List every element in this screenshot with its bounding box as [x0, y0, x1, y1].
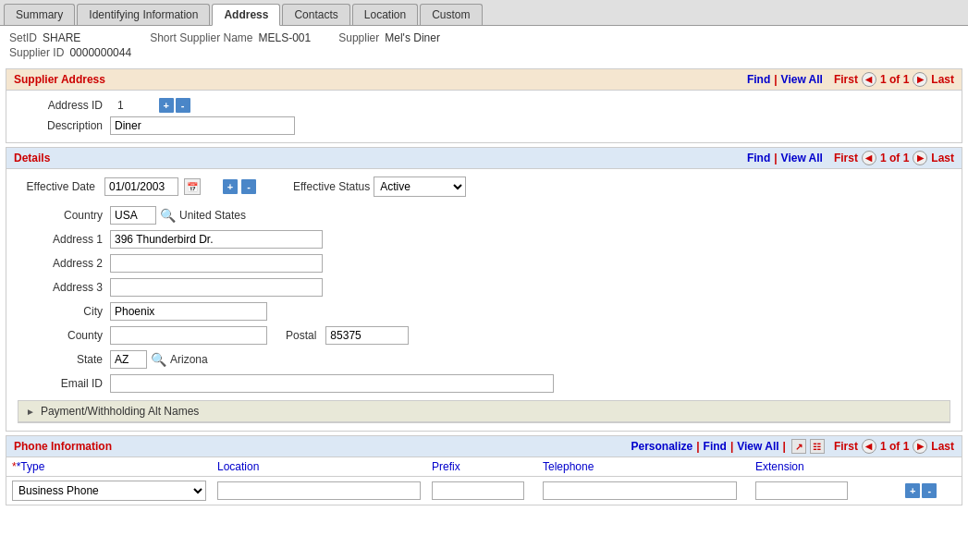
details-next-arrow[interactable]: ▶	[913, 151, 927, 165]
supplier-name-label: Supplier	[338, 31, 379, 44]
phone-header: Phone Information Personalize | Find | V…	[6, 436, 962, 457]
effective-status-label: Effective Status	[293, 180, 370, 193]
supplier-address-title: Supplier Address	[14, 73, 105, 86]
description-label: Description	[18, 119, 110, 132]
description-input[interactable]	[110, 116, 295, 135]
address2-input[interactable]	[110, 254, 323, 273]
prev-arrow[interactable]: ◀	[862, 72, 876, 87]
country-code-input[interactable]	[110, 206, 156, 225]
effective-date-label: Effective Date	[18, 180, 101, 193]
short-name-value: MELS-001	[259, 31, 312, 44]
city-label: City	[18, 305, 110, 318]
phone-section: Phone Information Personalize | Find | V…	[6, 435, 962, 505]
phone-nav-of: 1 of 1	[880, 440, 909, 453]
phone-prev-arrow[interactable]: ◀	[862, 439, 876, 454]
payment-section-title: Payment/Withholding Alt Names	[41, 405, 199, 418]
supplier-id-label: Supplier ID	[9, 46, 64, 59]
details-last-label: Last	[931, 152, 954, 164]
col-extension-header: Extension	[750, 457, 900, 477]
phone-row: Business Phone Fax Other	[6, 477, 962, 505]
nav-of: 1 of 1	[880, 73, 909, 86]
postal-input[interactable]	[325, 326, 409, 345]
details-prev-arrow[interactable]: ◀	[862, 151, 876, 165]
tab-identifying-info[interactable]: Identifying Information	[77, 4, 210, 25]
phone-first-label: First	[834, 440, 858, 453]
tab-contacts[interactable]: Contacts	[282, 4, 349, 25]
country-search-icon[interactable]: 🔍	[160, 208, 176, 223]
payment-section-header[interactable]: ► Payment/Withholding Alt Names	[18, 401, 950, 422]
city-input[interactable]	[110, 302, 267, 321]
first-label: First	[834, 73, 858, 86]
col-location-header: Location	[212, 457, 426, 477]
details-first-label: First	[834, 152, 858, 164]
last-label: Last	[931, 73, 954, 86]
phone-section-title: Phone Information	[14, 440, 112, 453]
add-phone-button[interactable]: +	[905, 483, 920, 498]
phone-telephone-input[interactable]	[543, 481, 737, 500]
supplier-id-value: 0000000044	[69, 46, 131, 59]
supplier-address-header: Supplier Address Find | View All First ◀…	[6, 69, 962, 91]
collapse-arrow-icon: ►	[26, 407, 35, 417]
supplier-address-view-all-link[interactable]: View All	[781, 73, 823, 86]
state-code-input[interactable]	[110, 350, 147, 369]
next-arrow[interactable]: ▶	[913, 72, 927, 87]
details-section: Details Find | View All First ◀ 1 of 1 ▶…	[6, 147, 962, 432]
country-name-value: United States	[179, 209, 246, 222]
add-detail-button[interactable]: +	[223, 179, 238, 194]
add-address-button[interactable]: +	[159, 98, 174, 113]
tabs-container: Summary Identifying Information Address …	[0, 0, 968, 26]
address1-label: Address 1	[18, 233, 110, 246]
details-find-link[interactable]: Find	[747, 152, 770, 164]
phone-view-all-link[interactable]: View All	[737, 440, 778, 453]
supplier-name-value: Mel's Diner	[385, 31, 440, 44]
phone-prefix-input[interactable]	[432, 481, 524, 500]
county-label: County	[18, 329, 110, 342]
effective-status-select[interactable]: Active Inactive	[374, 177, 466, 197]
col-telephone-header: Telephone	[537, 457, 750, 477]
tab-summary[interactable]: Summary	[4, 4, 75, 25]
setid-label: SetID	[9, 31, 37, 44]
effective-date-input[interactable]	[104, 177, 178, 196]
short-name-label: Short Supplier Name	[150, 31, 252, 44]
details-nav-of: 1 of 1	[880, 152, 909, 164]
state-label: State	[18, 353, 110, 366]
county-input[interactable]	[110, 326, 267, 345]
address-id-label: Address ID	[18, 99, 110, 112]
address2-label: Address 2	[18, 257, 110, 270]
email-label: Email ID	[18, 377, 110, 390]
col-actions-header	[900, 457, 962, 477]
phone-next-arrow[interactable]: ▶	[913, 439, 927, 454]
details-title: Details	[14, 152, 50, 164]
details-header: Details Find | View All First ◀ 1 of 1 ▶…	[6, 148, 962, 169]
personalize-link[interactable]: Personalize	[631, 440, 692, 453]
email-input[interactable]	[110, 374, 554, 393]
address-id-value: 1	[117, 99, 124, 112]
col-prefix-header: Prefix	[426, 457, 537, 477]
remove-detail-button[interactable]: -	[241, 179, 256, 194]
remove-address-button[interactable]: -	[176, 98, 190, 113]
phone-extension-input[interactable]	[755, 481, 848, 500]
grid-icon-table[interactable]: ☷	[810, 439, 825, 454]
country-label: Country	[18, 209, 110, 222]
phone-location-input[interactable]	[217, 481, 421, 500]
address1-input[interactable]	[110, 230, 323, 249]
details-view-all-link[interactable]: View All	[781, 152, 823, 164]
tab-location[interactable]: Location	[352, 4, 418, 25]
tab-custom[interactable]: Custom	[420, 4, 482, 25]
address3-input[interactable]	[110, 278, 323, 297]
header-info: SetID SHARE Supplier ID 0000000044 Short…	[0, 26, 968, 65]
setid-value: SHARE	[43, 31, 80, 44]
phone-last-label: Last	[931, 440, 954, 453]
remove-phone-button[interactable]: -	[922, 483, 937, 498]
postal-label: Postal	[286, 329, 322, 342]
grid-icon-expand[interactable]: ↗	[791, 439, 806, 454]
col-type-header: **Type	[6, 457, 212, 477]
supplier-address-find-link[interactable]: Find	[747, 73, 770, 86]
address3-label: Address 3	[18, 281, 110, 294]
state-search-icon[interactable]: 🔍	[151, 352, 166, 367]
tab-address[interactable]: Address	[212, 4, 280, 26]
phone-type-select[interactable]: Business Phone Fax Other	[12, 481, 206, 501]
payment-section: ► Payment/Withholding Alt Names	[18, 400, 950, 423]
phone-find-link[interactable]: Find	[704, 440, 727, 453]
calendar-button[interactable]: 📅	[184, 178, 201, 195]
